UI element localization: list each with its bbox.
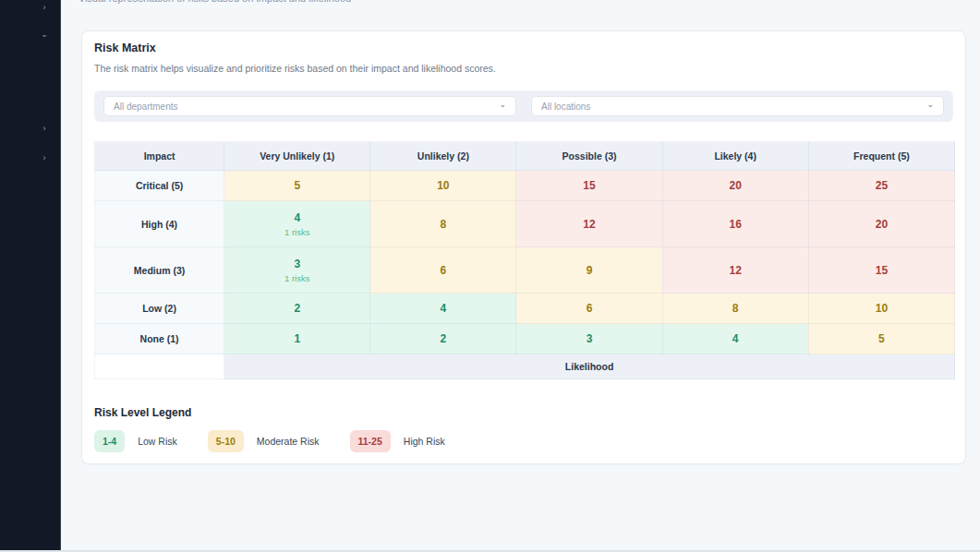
impact-row-label: High (4) <box>95 201 224 247</box>
likelihood-footer-row: Likelihood <box>95 354 955 379</box>
matrix-cell-score: 12 <box>663 264 808 277</box>
matrix-cell-score: 20 <box>809 218 954 231</box>
matrix-row: High (4)41 risks8121620 <box>95 201 955 247</box>
matrix-cell-score: 4 <box>224 211 369 224</box>
matrix-cell-score: 4 <box>370 302 515 315</box>
legend-title: Risk Level Legend <box>94 406 953 419</box>
likelihood-column-header: Possible (3) <box>516 142 662 171</box>
matrix-cell-score: 4 <box>663 332 808 345</box>
card-title: Risk Matrix <box>94 42 953 54</box>
matrix-cell-score: 15 <box>809 264 954 277</box>
legend-item: 11-25High Risk <box>350 430 445 452</box>
likelihood-column-header: Very Unlikely (1) <box>224 142 370 171</box>
matrix-cell[interactable]: 15 <box>516 171 662 201</box>
legend-range-badge: 5-10 <box>208 430 244 452</box>
chevron-right-icon[interactable]: › <box>39 154 50 162</box>
matrix-row: None (1)12345 <box>95 324 955 354</box>
chevron-right-icon[interactable]: › <box>39 125 50 133</box>
legend-label: Low Risk <box>138 436 177 447</box>
matrix-cell-score: 2 <box>370 332 515 345</box>
matrix-cell[interactable]: 41 risks <box>224 201 370 247</box>
impact-axis-header: Impact <box>95 142 224 171</box>
matrix-cell-score: 6 <box>370 264 515 277</box>
filter-bar: All departments ⌄ All locations ⌄ <box>94 90 953 122</box>
matrix-cell-score: 2 <box>224 302 369 315</box>
matrix-cell[interactable]: 9 <box>516 247 662 294</box>
impact-row-label: Medium (3) <box>95 247 224 294</box>
matrix-cell-score: 20 <box>663 179 808 192</box>
matrix-cell-score: 5 <box>224 179 369 192</box>
matrix-cell-score: 3 <box>224 258 369 270</box>
impact-row-label: None (1) <box>95 324 224 354</box>
legend-item: 5-10Moderate Risk <box>208 430 320 452</box>
matrix-cell-score: 16 <box>663 218 808 231</box>
matrix-cell-score: 8 <box>663 302 808 315</box>
matrix-cell-score: 9 <box>516 264 661 277</box>
matrix-cell[interactable]: 2 <box>224 294 370 324</box>
legend-label: Moderate Risk <box>257 436 320 447</box>
legend-items: 1-4Low Risk5-10Moderate Risk11-25High Ri… <box>94 430 953 452</box>
card-subtitle: The risk matrix helps visualize and prio… <box>94 63 953 74</box>
legend-range-badge: 1-4 <box>94 430 125 452</box>
matrix-cell[interactable]: 25 <box>808 171 954 201</box>
matrix-cell[interactable]: 5 <box>808 324 954 354</box>
matrix-cell-score: 12 <box>516 218 661 231</box>
matrix-cell[interactable]: 12 <box>516 201 662 247</box>
matrix-cell[interactable]: 20 <box>662 171 808 201</box>
matrix-cell[interactable]: 1 <box>224 324 370 354</box>
matrix-cell-score: 25 <box>809 179 954 192</box>
matrix-cell-risk-count: 1 risks <box>224 227 369 237</box>
matrix-cell-risk-count: 1 risks <box>224 273 369 283</box>
matrix-cell[interactable]: 6 <box>370 247 516 294</box>
matrix-cell[interactable]: 16 <box>662 201 808 247</box>
matrix-cell[interactable]: 10 <box>808 294 954 324</box>
page: Visual representation of risks based on … <box>0 0 980 552</box>
sidebar: ›⌄›› <box>0 0 61 552</box>
matrix-cell-score: 10 <box>809 302 954 315</box>
matrix-cell[interactable]: 2 <box>370 324 516 354</box>
matrix-header-row: ImpactVery Unlikely (1)Unlikely (2)Possi… <box>95 142 955 171</box>
matrix-cell[interactable]: 8 <box>662 294 808 324</box>
clipped-header-text: Visual representation of risks based on … <box>79 0 351 4</box>
impact-row-label: Low (2) <box>95 294 224 324</box>
matrix-cell-score: 15 <box>516 179 661 192</box>
matrix-cell[interactable]: 20 <box>808 201 954 247</box>
matrix-cell[interactable]: 6 <box>516 294 662 324</box>
matrix-cell[interactable]: 15 <box>808 247 954 294</box>
impact-row-label: Critical (5) <box>95 171 224 201</box>
legend-item: 1-4Low Risk <box>94 430 177 452</box>
chevron-down-icon: ⌄ <box>926 101 934 109</box>
likelihood-axis-label: Likelihood <box>224 354 955 379</box>
matrix-cell[interactable]: 8 <box>370 201 516 247</box>
locations-select[interactable]: All locations ⌄ <box>531 96 944 116</box>
matrix-cell[interactable]: 12 <box>662 247 808 294</box>
departments-select-value: All departments <box>114 102 177 112</box>
likelihood-column-header: Frequent (5) <box>808 142 954 171</box>
matrix-cell-score: 3 <box>516 332 661 345</box>
matrix-cell[interactable]: 4 <box>662 324 808 354</box>
chevron-down-icon: ⌄ <box>499 101 506 109</box>
matrix-cell-score: 5 <box>809 332 954 345</box>
locations-select-value: All locations <box>541 102 590 112</box>
chevron-right-icon[interactable]: › <box>39 4 50 12</box>
matrix-cell-score: 1 <box>224 332 369 345</box>
matrix-row: Low (2)246810 <box>95 294 955 324</box>
legend-label: High Risk <box>404 436 445 447</box>
departments-select[interactable]: All departments ⌄ <box>103 96 516 116</box>
matrix-cell[interactable]: 31 risks <box>224 247 370 294</box>
footer-empty-cell <box>95 354 224 379</box>
risk-matrix-card: Risk Matrix The risk matrix helps visual… <box>81 30 966 464</box>
matrix-cell-score: 6 <box>516 302 661 315</box>
chevron-down-icon[interactable]: ⌄ <box>39 30 50 39</box>
matrix-cell[interactable]: 3 <box>516 324 662 354</box>
likelihood-column-header: Unlikely (2) <box>370 142 516 171</box>
matrix-cell[interactable]: 10 <box>370 171 516 201</box>
likelihood-column-header: Likely (4) <box>662 142 808 171</box>
matrix-cell-score: 10 <box>370 179 515 192</box>
matrix-cell[interactable]: 4 <box>370 294 516 324</box>
matrix-row: Critical (5)510152025 <box>95 171 955 201</box>
legend-range-badge: 11-25 <box>350 430 391 452</box>
matrix-row: Medium (3)31 risks691215 <box>95 247 955 294</box>
matrix-cell[interactable]: 5 <box>224 171 370 201</box>
risk-matrix-table: ImpactVery Unlikely (1)Unlikely (2)Possi… <box>94 141 955 379</box>
